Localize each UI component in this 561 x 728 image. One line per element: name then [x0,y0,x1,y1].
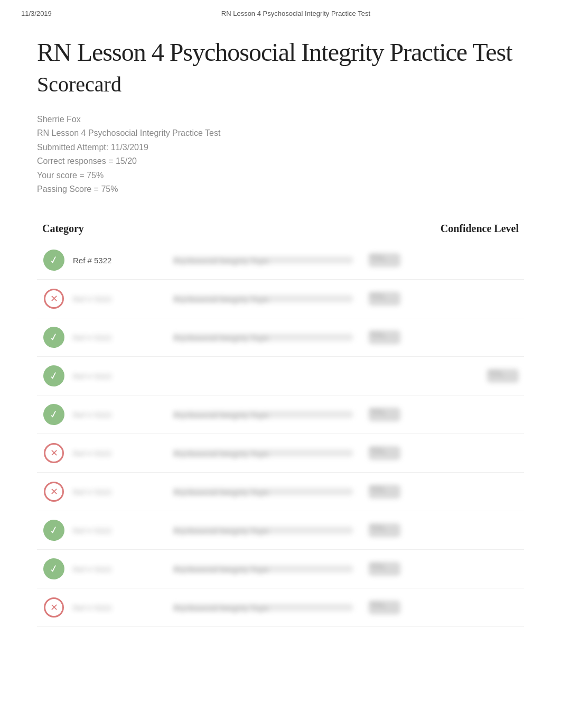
page-title: RN Lesson 4 Psychosocial Integrity Pract… [37,38,524,67]
table-row: ✓ Ref # 5322 Psychosocial Integrity Topi… [37,395,524,434]
row-icon-correct: ✓ [42,557,66,580]
row-icon-wrong: ✕ [42,480,66,503]
row-icon-wrong: ✕ [42,441,66,465]
check-icon: ✓ [42,364,66,388]
x-icon: ✕ [44,443,64,463]
row-score-blurred: 75% [369,562,400,576]
row-ref: Ref # 5322 [73,565,157,574]
student-name: Sherrie Fox [37,113,524,126]
meta-info: Sherrie Fox RN Lesson 4 Psychosocial Int… [37,113,524,196]
passing-score: Passing Score = 75% [37,182,524,196]
row-icon-correct: ✓ [42,364,66,388]
table-row: ✕ Ref # 5322 Psychosocial Integrity Topi… [37,588,524,627]
row-category-blurred: Psychosocial Integrity Topic [173,604,353,611]
your-score: Your score = 75% [37,169,524,182]
row-ref: Ref # 5322 [73,449,157,458]
x-icon: ✕ [44,482,64,502]
row-score-blurred: 75% [369,446,400,460]
row-score-blurred: 75% [369,485,400,499]
row-score-blurred: 75% [369,408,400,421]
row-score-blurred: 75% [369,523,400,537]
row-category-blurred: Psychosocial Integrity Topic [173,334,353,341]
row-ref: Ref # 5322 [73,372,157,381]
row-icon-correct: ✓ [42,248,66,272]
row-category-blurred: Psychosocial Integrity Topic [173,411,353,418]
submitted-date: Submitted Attempt: 11/3/2019 [37,141,524,154]
row-category-blurred: Psychosocial Integrity Topic [173,565,353,573]
row-score-blurred: 75% [369,601,400,614]
row-category-blurred: Psychosocial Integrity Topic [173,449,353,457]
row-ref: Ref # 5322 [73,526,157,535]
table-row: ✓ Ref # 5322 Psychosocial Integrity Topi… [37,550,524,588]
table-row: ✓ Ref # 5322 Psychosocial Integrity Topi… [37,318,524,357]
row-icon-correct: ✓ [42,403,66,426]
check-icon: ✓ [42,402,66,427]
topbar-title: RN Lesson 4 Psychosocial Integrity Pract… [221,10,370,17]
row-ref: Ref # 5322 [73,333,157,342]
table-row: ✕ Ref # 5322 Psychosocial Integrity Topi… [37,280,524,318]
row-category-blurred: Psychosocial Integrity Topic [173,488,353,495]
row-ref: Ref # 5322 [73,487,157,496]
x-icon: ✕ [44,597,64,618]
row-ref: Ref # 5322 [73,603,157,612]
check-icon: ✓ [42,518,66,542]
row-score-blurred: 75% [369,292,400,306]
check-icon: ✓ [42,248,66,272]
correct-responses: Correct responses = 15/20 [37,154,524,168]
row-score-blurred: 75% [487,369,519,383]
scorecard-table: Category Confidence Level ✓ Ref # 5322 P… [37,223,524,627]
test-name: RN Lesson 4 Psychosocial Integrity Pract… [37,126,524,140]
row-icon-wrong: ✕ [42,596,66,619]
check-icon: ✓ [42,325,66,349]
table-row: ✕ Ref # 5322 Psychosocial Integrity Topi… [37,434,524,473]
row-score-blurred: 75% [369,253,400,267]
table-row: ✓ Ref # 5322 Psychosocial Integrity Topi… [37,511,524,550]
table-row: ✕ Ref # 5322 Psychosocial Integrity Topi… [37,473,524,511]
row-category-blurred: Psychosocial Integrity Topic [173,295,353,302]
row-score-blurred: 75% [369,330,400,344]
table-row: ✓ Ref # 5322 Psychosocial Integrity Topi… [37,241,524,280]
row-category-blurred: Psychosocial Integrity Topic [173,527,353,534]
row-icon-correct: ✓ [42,519,66,542]
col-confidence: Confidence Level [441,223,519,235]
col-category: Category [42,223,84,235]
x-icon: ✕ [44,289,64,309]
row-icon-correct: ✓ [42,326,66,349]
table-header: Category Confidence Level [37,223,524,241]
row-icon-wrong: ✕ [42,287,66,310]
topbar-date: 11/3/2019 [21,10,52,17]
scorecard-heading: Scorecard [37,72,524,97]
row-ref: Ref # 5322 [73,256,157,265]
table-row: ✓ Ref # 5322 75% [37,357,524,395]
row-category-blurred: Psychosocial Integrity Topic [173,256,353,264]
check-icon: ✓ [42,557,66,581]
row-ref: Ref # 5322 [73,294,157,303]
row-ref: Ref # 5322 [73,410,157,419]
